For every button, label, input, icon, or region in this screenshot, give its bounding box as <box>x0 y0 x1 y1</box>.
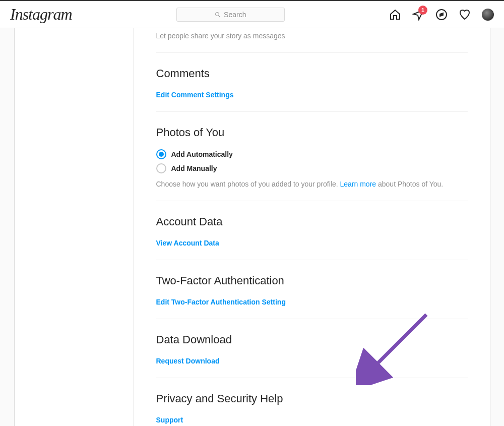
data-download-section: Data Download Request Download <box>156 319 468 366</box>
search-input[interactable]: Search <box>176 8 285 22</box>
edit-comment-settings-link[interactable]: Edit Comment Settings <box>156 91 234 99</box>
photos-of-you-title: Photos of You <box>156 126 468 139</box>
svg-line-1 <box>219 15 220 17</box>
story-share-subtext: Let people share your story as messages <box>156 28 468 40</box>
two-factor-title: Two-Factor Authentication <box>156 274 468 287</box>
photos-help-text: Choose how you want photos of you added … <box>156 179 468 189</box>
privacy-help-title: Privacy and Security Help <box>156 392 468 405</box>
radio-add-automatically[interactable]: Add Automatically <box>156 149 468 159</box>
view-account-data-link[interactable]: View Account Data <box>156 239 219 247</box>
edit-two-factor-link[interactable]: Edit Two-Factor Authentication Setting <box>156 298 286 306</box>
explore-icon[interactable] <box>435 9 448 21</box>
two-factor-section: Two-Factor Authentication Edit Two-Facto… <box>156 260 468 307</box>
page-wrap: Let people share your story as messages … <box>0 28 504 426</box>
data-download-title: Data Download <box>156 333 468 346</box>
help-suffix: about Photos of You. <box>376 180 443 188</box>
comments-title: Comments <box>156 67 468 80</box>
support-link[interactable]: Support <box>156 416 183 424</box>
activity-icon[interactable] <box>459 9 471 21</box>
home-icon[interactable] <box>389 9 401 21</box>
notification-badge: 1 <box>418 6 427 15</box>
radio-label-manual: Add Manually <box>171 164 217 172</box>
search-placeholder: Search <box>224 11 246 19</box>
radio-icon <box>156 149 166 159</box>
search-container: Search <box>176 8 285 22</box>
learn-more-link[interactable]: Learn more <box>340 180 376 188</box>
privacy-help-section: Privacy and Security Help Support <box>156 378 468 424</box>
photos-of-you-section: Photos of You Add Automatically Add Manu… <box>156 112 468 189</box>
nav-icons: 1 <box>389 9 494 21</box>
request-download-link[interactable]: Request Download <box>156 357 220 365</box>
profile-avatar[interactable] <box>482 9 494 21</box>
radio-label-auto: Add Automatically <box>171 150 233 158</box>
account-data-title: Account Data <box>156 215 468 228</box>
account-data-section: Account Data View Account Data <box>156 201 468 248</box>
comments-section: Comments Edit Comment Settings <box>156 53 468 99</box>
messages-icon[interactable]: 1 <box>412 9 424 21</box>
svg-point-0 <box>216 12 219 16</box>
radio-icon <box>156 163 166 173</box>
svg-marker-3 <box>440 13 443 16</box>
top-nav-bar: Instagram Search 1 <box>0 1 504 28</box>
settings-sidebar <box>15 28 134 426</box>
settings-content: Let people share your story as messages … <box>134 28 490 426</box>
help-prefix: Choose how you want photos of you added … <box>156 180 340 188</box>
instagram-logo[interactable]: Instagram <box>10 5 72 24</box>
radio-add-manually[interactable]: Add Manually <box>156 163 468 173</box>
settings-container: Let people share your story as messages … <box>14 28 490 426</box>
search-icon <box>215 12 221 18</box>
